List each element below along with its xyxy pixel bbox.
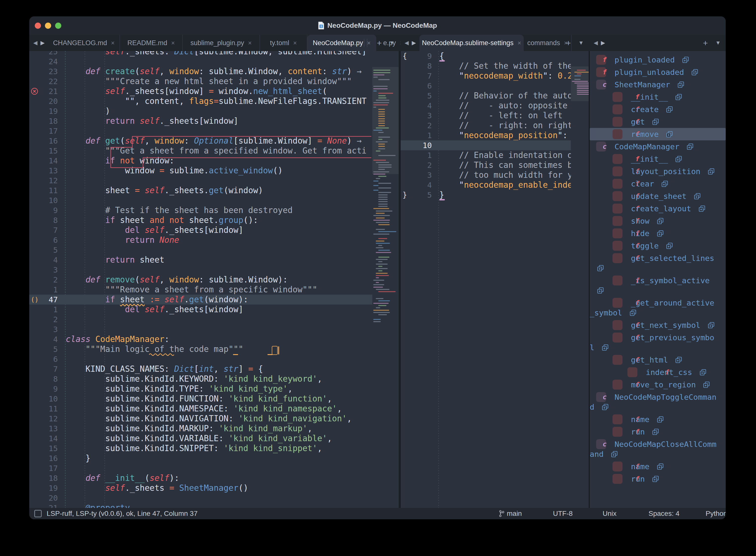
goto-reference-icon[interactable] — [652, 428, 659, 435]
symbol-item-NeoCodeMapToggleCommand[interactable]: cNeoCodeMapToggleCommand — [590, 391, 726, 413]
next-tab-icon[interactable]: ▶ — [412, 40, 416, 46]
close-icon[interactable]: × — [293, 39, 297, 47]
next-tab-icon[interactable]: ▶ — [601, 40, 605, 46]
minimap-viewport[interactable] — [372, 67, 399, 174]
symbol-item-indent-css[interactable]: findent_css — [590, 366, 726, 378]
symbol-item-clear[interactable]: fclear — [590, 178, 726, 190]
new-tab-icon[interactable]: + — [377, 38, 382, 48]
symbol-item-get-selected-lines[interactable]: fget_selected_lines — [590, 252, 726, 274]
goto-reference-icon[interactable] — [666, 131, 673, 138]
tab-sublime-plugin-py[interactable]: sublime_plugin.py× — [183, 35, 260, 51]
goto-reference-icon[interactable] — [694, 193, 701, 200]
close-icon[interactable]: × — [111, 39, 115, 47]
tab-changelog-md[interactable]: CHANGELOG.md× — [48, 35, 120, 51]
sidebar-toggle-icon[interactable] — [34, 510, 42, 517]
tab-neocodemap-sublime-settings[interactable]: NeoCodeMap.sublime-settings× — [420, 35, 524, 51]
goto-reference-icon[interactable] — [691, 69, 698, 76]
goto-reference-icon[interactable] — [703, 381, 710, 388]
goto-reference-icon[interactable] — [652, 476, 659, 482]
symbol-item-create-layout[interactable]: fcreate_layout — [590, 202, 726, 215]
goto-reference-icon[interactable] — [657, 218, 664, 224]
goto-reference-icon[interactable] — [657, 416, 664, 423]
close-window-button[interactable] — [35, 23, 41, 29]
symbol-item-run[interactable]: frun — [590, 425, 726, 438]
symbol-item-layout-position[interactable]: flayout_position — [590, 165, 726, 178]
prev-tab-icon[interactable]: ◀ — [594, 40, 598, 46]
tab-list-dropdown-icon[interactable]: ▼ — [578, 40, 584, 46]
symbol-item-SheetManager[interactable]: cSheetManager — [590, 78, 726, 91]
new-tab-icon[interactable]: + — [703, 38, 708, 48]
goto-reference-icon[interactable] — [675, 357, 682, 363]
encoding-indicator[interactable]: UTF-8 — [553, 510, 572, 518]
goto-reference-icon[interactable] — [700, 369, 706, 376]
symbol-item-update-sheet[interactable]: fupdate_sheet — [590, 190, 726, 202]
goto-reference-icon[interactable] — [661, 180, 668, 187]
symbol-item---init--[interactable]: f__init__ — [590, 153, 726, 165]
git-branch-indicator[interactable]: main — [499, 510, 522, 518]
symbol-item-create[interactable]: fcreate — [590, 103, 726, 115]
symbol-item-toggle[interactable]: ftoggle — [590, 240, 726, 252]
symbol-item-plugin-loaded[interactable]: fplugin_loaded — [590, 54, 726, 66]
prev-tab-icon[interactable]: ◀ — [33, 40, 37, 46]
goto-reference-icon[interactable] — [597, 265, 604, 272]
symbol-item-name[interactable]: fname — [590, 460, 726, 473]
goto-reference-icon[interactable] — [687, 143, 693, 150]
prev-tab-icon[interactable]: ◀ — [404, 40, 409, 46]
goto-reference-icon[interactable] — [675, 94, 682, 100]
close-icon[interactable]: × — [171, 39, 175, 47]
symbol-item-get-html[interactable]: fget_html — [590, 354, 726, 366]
goto-reference-icon[interactable] — [682, 57, 689, 63]
goto-reference-icon[interactable] — [611, 451, 618, 457]
symbol-item-name[interactable]: fname — [590, 413, 726, 425]
close-icon[interactable]: × — [248, 39, 252, 47]
goto-reference-icon[interactable] — [602, 344, 609, 351]
symbol-item-plugin-unloaded[interactable]: fplugin_unloaded — [590, 66, 726, 78]
minimize-window-button[interactable] — [45, 23, 51, 29]
symbol-item-get[interactable]: fget — [590, 115, 726, 128]
tab-readme-md[interactable]: README.md× — [120, 35, 183, 51]
symbol-item-hide[interactable]: fhide — [590, 227, 726, 240]
goto-reference-icon[interactable] — [675, 156, 682, 163]
minimap-left[interactable] — [372, 51, 399, 508]
close-icon[interactable]: × — [518, 39, 521, 47]
goto-reference-icon[interactable] — [630, 310, 636, 316]
symbol-item--is-symbol-active[interactable]: f_is_symbol_active — [590, 274, 726, 297]
editor-right-pane[interactable]: {9{8 // Set the width of the c7 "neocode… — [401, 51, 571, 508]
symbol-item--get-around-active-symbol[interactable]: f_get_around_active_symbol — [590, 297, 726, 319]
goto-reference-icon[interactable] — [666, 106, 673, 113]
symbol-item-get-next-symbol[interactable]: fget_next_symbol — [590, 319, 726, 331]
tab-list-dropdown-icon[interactable]: ▼ — [715, 40, 721, 46]
symbol-item-move-to-region[interactable]: fmove_to_region — [590, 378, 726, 391]
symbols-outline-panel[interactable]: fplugin_loadedfplugin_unloadedcSheetMana… — [590, 51, 726, 508]
goto-reference-icon[interactable] — [678, 81, 684, 88]
goto-reference-icon[interactable] — [657, 463, 664, 470]
syntax-indicator[interactable]: Python — [705, 510, 726, 518]
goto-reference-icon[interactable] — [657, 230, 664, 237]
editor-left-pane[interactable]: 25 self._sheets: Dict[sublime.Window, su… — [29, 51, 372, 508]
goto-reference-icon[interactable] — [597, 287, 604, 294]
goto-reference-icon[interactable] — [652, 118, 659, 125]
symbol-item---init--[interactable]: f__init__ — [590, 91, 726, 103]
close-icon[interactable]: × — [367, 39, 371, 47]
minimap-right[interactable] — [571, 51, 589, 508]
goto-reference-icon[interactable] — [699, 205, 705, 212]
symbol-item-NeoCodeMapCloseAllCommand[interactable]: cNeoCodeMapCloseAllCommand — [590, 438, 726, 460]
symbol-item-CodeMapManager[interactable]: cCodeMapManager — [590, 140, 726, 153]
goto-reference-icon[interactable] — [666, 243, 673, 249]
goto-reference-icon[interactable] — [708, 168, 715, 175]
symbol-item-run[interactable]: frun — [590, 473, 726, 485]
tab-ty-toml[interactable]: ty.toml× — [260, 35, 307, 51]
symbol-item-show[interactable]: fshow — [590, 215, 726, 227]
goto-reference-icon[interactable] — [708, 322, 715, 328]
maximize-window-button[interactable] — [55, 23, 61, 29]
new-tab-icon[interactable]: + — [566, 38, 571, 48]
tab-list-dropdown-icon[interactable]: ▼ — [389, 40, 395, 46]
next-tab-icon[interactable]: ▶ — [40, 40, 45, 46]
tab-commands[interactable]: commands× — [524, 35, 571, 51]
symbol-item-get-previous-symbol[interactable]: fget_previous_symbol — [590, 331, 726, 354]
title-bar[interactable]: i NeoCodeMap.py — NeoCodeMap — [29, 16, 726, 35]
goto-reference-icon[interactable] — [602, 404, 609, 410]
indentation-indicator[interactable]: Spaces: 4 — [649, 510, 680, 518]
line-endings-indicator[interactable]: Unix — [603, 510, 617, 518]
symbol-item-remove[interactable]: fremove — [590, 128, 726, 140]
